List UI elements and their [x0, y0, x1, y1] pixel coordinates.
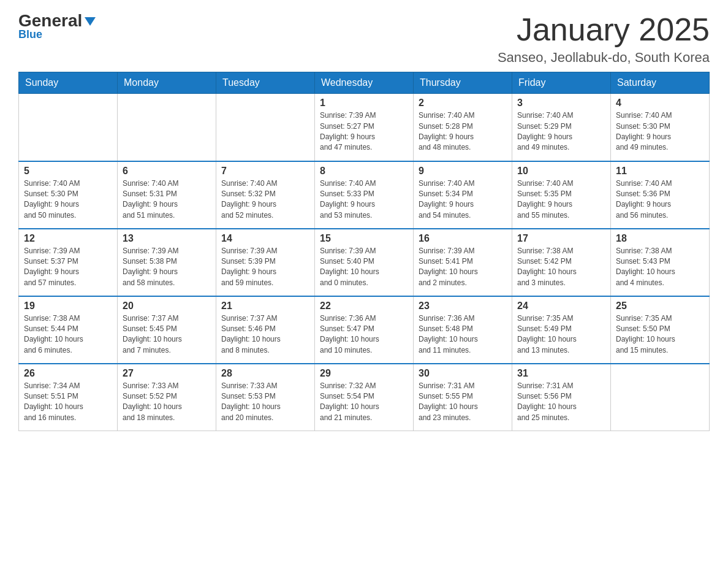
day-number: 31: [517, 368, 605, 379]
calendar-cell: 6Sunrise: 7:40 AM Sunset: 5:31 PM Daylig…: [118, 161, 216, 229]
weekday-header-sunday: Sunday: [19, 72, 118, 94]
calendar-cell: 25Sunrise: 7:35 AM Sunset: 5:50 PM Dayli…: [611, 296, 710, 364]
calendar-cell: 23Sunrise: 7:36 AM Sunset: 5:48 PM Dayli…: [414, 296, 512, 364]
calendar-week-2: 5Sunrise: 7:40 AM Sunset: 5:30 PM Daylig…: [19, 161, 710, 229]
month-title: January 2025: [498, 12, 710, 47]
day-number: 14: [221, 233, 309, 244]
weekday-header-monday: Monday: [118, 72, 216, 94]
calendar-cell: 8Sunrise: 7:40 AM Sunset: 5:33 PM Daylig…: [315, 161, 414, 229]
day-number: 28: [221, 368, 309, 379]
day-number: 2: [419, 98, 507, 109]
logo-triangle-icon: [83, 15, 97, 28]
day-number: 29: [320, 368, 408, 379]
weekday-header-wednesday: Wednesday: [315, 72, 414, 94]
day-info: Sunrise: 7:39 AM Sunset: 5:40 PM Dayligh…: [320, 246, 408, 289]
day-info: Sunrise: 7:39 AM Sunset: 5:37 PM Dayligh…: [24, 246, 112, 289]
title-section: January 2025 Sanseo, Jeollabuk-do, South…: [498, 12, 710, 66]
calendar-cell: 11Sunrise: 7:40 AM Sunset: 5:36 PM Dayli…: [611, 161, 710, 229]
day-info: Sunrise: 7:33 AM Sunset: 5:53 PM Dayligh…: [221, 381, 309, 424]
calendar-cell: 12Sunrise: 7:39 AM Sunset: 5:37 PM Dayli…: [19, 229, 118, 296]
weekday-header-row: SundayMondayTuesdayWednesdayThursdayFrid…: [19, 72, 710, 94]
day-info: Sunrise: 7:40 AM Sunset: 5:33 PM Dayligh…: [320, 178, 408, 221]
calendar-table: SundayMondayTuesdayWednesdayThursdayFrid…: [18, 72, 710, 431]
day-info: Sunrise: 7:36 AM Sunset: 5:47 PM Dayligh…: [320, 313, 408, 356]
calendar-cell: 24Sunrise: 7:35 AM Sunset: 5:49 PM Dayli…: [512, 296, 611, 364]
calendar-cell: 27Sunrise: 7:33 AM Sunset: 5:52 PM Dayli…: [118, 364, 216, 431]
day-number: 21: [221, 301, 309, 312]
day-info: Sunrise: 7:40 AM Sunset: 5:30 PM Dayligh…: [24, 178, 112, 221]
day-info: Sunrise: 7:40 AM Sunset: 5:30 PM Dayligh…: [616, 110, 704, 153]
day-number: 5: [24, 166, 112, 177]
weekday-header-friday: Friday: [512, 72, 611, 94]
day-number: 30: [419, 368, 507, 379]
day-number: 8: [320, 166, 408, 177]
day-info: Sunrise: 7:40 AM Sunset: 5:35 PM Dayligh…: [517, 178, 605, 221]
day-info: Sunrise: 7:36 AM Sunset: 5:48 PM Dayligh…: [419, 313, 507, 356]
calendar-cell: [19, 94, 118, 161]
day-info: Sunrise: 7:35 AM Sunset: 5:49 PM Dayligh…: [517, 313, 605, 356]
calendar-cell: 13Sunrise: 7:39 AM Sunset: 5:38 PM Dayli…: [118, 229, 216, 296]
day-number: 27: [123, 368, 211, 379]
day-info: Sunrise: 7:40 AM Sunset: 5:32 PM Dayligh…: [221, 178, 309, 221]
calendar-week-4: 19Sunrise: 7:38 AM Sunset: 5:44 PM Dayli…: [19, 296, 710, 364]
day-info: Sunrise: 7:32 AM Sunset: 5:54 PM Dayligh…: [320, 381, 408, 424]
calendar-cell: [611, 364, 710, 431]
calendar-cell: 18Sunrise: 7:38 AM Sunset: 5:43 PM Dayli…: [611, 229, 710, 296]
calendar-cell: 22Sunrise: 7:36 AM Sunset: 5:47 PM Dayli…: [315, 296, 414, 364]
day-info: Sunrise: 7:35 AM Sunset: 5:50 PM Dayligh…: [616, 313, 704, 356]
day-info: Sunrise: 7:38 AM Sunset: 5:42 PM Dayligh…: [517, 246, 605, 289]
day-info: Sunrise: 7:39 AM Sunset: 5:41 PM Dayligh…: [419, 246, 507, 289]
svg-marker-0: [85, 17, 96, 26]
calendar-cell: 2Sunrise: 7:40 AM Sunset: 5:28 PM Daylig…: [414, 94, 512, 161]
calendar-cell: [118, 94, 216, 161]
day-info: Sunrise: 7:40 AM Sunset: 5:29 PM Dayligh…: [517, 110, 605, 153]
day-number: 4: [616, 98, 704, 109]
day-number: 11: [616, 166, 704, 177]
calendar-cell: 10Sunrise: 7:40 AM Sunset: 5:35 PM Dayli…: [512, 161, 611, 229]
calendar-week-3: 12Sunrise: 7:39 AM Sunset: 5:37 PM Dayli…: [19, 229, 710, 296]
day-info: Sunrise: 7:37 AM Sunset: 5:45 PM Dayligh…: [123, 313, 211, 356]
calendar-week-5: 26Sunrise: 7:34 AM Sunset: 5:51 PM Dayli…: [19, 364, 710, 431]
calendar-cell: 4Sunrise: 7:40 AM Sunset: 5:30 PM Daylig…: [611, 94, 710, 161]
day-number: 26: [24, 368, 112, 379]
calendar-cell: 17Sunrise: 7:38 AM Sunset: 5:42 PM Dayli…: [512, 229, 611, 296]
calendar-cell: 28Sunrise: 7:33 AM Sunset: 5:53 PM Dayli…: [216, 364, 315, 431]
calendar-cell: 19Sunrise: 7:38 AM Sunset: 5:44 PM Dayli…: [19, 296, 118, 364]
day-info: Sunrise: 7:31 AM Sunset: 5:56 PM Dayligh…: [517, 381, 605, 424]
calendar-week-1: 1Sunrise: 7:39 AM Sunset: 5:27 PM Daylig…: [19, 94, 710, 161]
page-header: General Blue January 2025 Sanseo, Jeolla…: [18, 12, 710, 66]
calendar-cell: 14Sunrise: 7:39 AM Sunset: 5:39 PM Dayli…: [216, 229, 315, 296]
day-number: 25: [616, 301, 704, 312]
calendar-cell: 29Sunrise: 7:32 AM Sunset: 5:54 PM Dayli…: [315, 364, 414, 431]
day-info: Sunrise: 7:40 AM Sunset: 5:36 PM Dayligh…: [616, 178, 704, 221]
calendar-cell: 31Sunrise: 7:31 AM Sunset: 5:56 PM Dayli…: [512, 364, 611, 431]
day-info: Sunrise: 7:40 AM Sunset: 5:28 PM Dayligh…: [419, 110, 507, 153]
day-info: Sunrise: 7:38 AM Sunset: 5:44 PM Dayligh…: [24, 313, 112, 356]
day-number: 10: [517, 166, 605, 177]
day-number: 16: [419, 233, 507, 244]
day-info: Sunrise: 7:37 AM Sunset: 5:46 PM Dayligh…: [221, 313, 309, 356]
calendar-cell: 9Sunrise: 7:40 AM Sunset: 5:34 PM Daylig…: [414, 161, 512, 229]
calendar-cell: 30Sunrise: 7:31 AM Sunset: 5:55 PM Dayli…: [414, 364, 512, 431]
calendar-cell: 5Sunrise: 7:40 AM Sunset: 5:30 PM Daylig…: [19, 161, 118, 229]
day-info: Sunrise: 7:40 AM Sunset: 5:34 PM Dayligh…: [419, 178, 507, 221]
logo-text-general: General: [18, 12, 82, 29]
day-number: 13: [123, 233, 211, 244]
calendar-cell: 3Sunrise: 7:40 AM Sunset: 5:29 PM Daylig…: [512, 94, 611, 161]
day-number: 9: [419, 166, 507, 177]
day-info: Sunrise: 7:31 AM Sunset: 5:55 PM Dayligh…: [419, 381, 507, 424]
day-info: Sunrise: 7:39 AM Sunset: 5:39 PM Dayligh…: [221, 246, 309, 289]
day-number: 19: [24, 301, 112, 312]
day-number: 6: [123, 166, 211, 177]
day-info: Sunrise: 7:38 AM Sunset: 5:43 PM Dayligh…: [616, 246, 704, 289]
day-number: 20: [123, 301, 211, 312]
logo: General Blue: [18, 12, 97, 41]
day-number: 7: [221, 166, 309, 177]
calendar-cell: [216, 94, 315, 161]
day-number: 22: [320, 301, 408, 312]
weekday-header-tuesday: Tuesday: [216, 72, 315, 94]
day-number: 23: [419, 301, 507, 312]
calendar-cell: 26Sunrise: 7:34 AM Sunset: 5:51 PM Dayli…: [19, 364, 118, 431]
weekday-header-saturday: Saturday: [611, 72, 710, 94]
day-number: 17: [517, 233, 605, 244]
